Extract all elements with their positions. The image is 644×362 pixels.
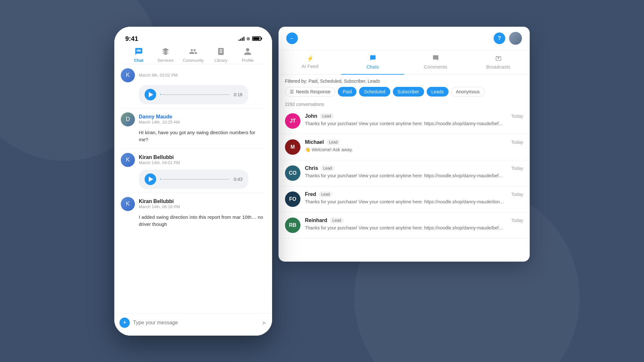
conv-badge-fred: Lead [319, 191, 333, 197]
chats-icon [370, 55, 376, 63]
status-time: 9:41 [125, 35, 138, 42]
conv-avatar-chris: CO [285, 165, 300, 181]
chip-anonymous[interactable]: Anonymous [451, 87, 485, 97]
tab-services-label: Services [157, 58, 174, 63]
chip-needs-response-label: Needs Response [296, 89, 330, 94]
chip-anonymous-label: Anonymous [456, 89, 480, 94]
services-icon [160, 46, 171, 57]
tab-profile[interactable]: Profile [238, 46, 257, 63]
message-header-1: K March 9th, 03:02 PM [121, 68, 266, 82]
message-group-danny: D Danny Maude March 14th, 10:25 AM HI ki… [114, 108, 272, 149]
conv-initials-michael: M [290, 144, 295, 150]
message-time-kiran-2: March 14th, 06:18 PM [139, 204, 180, 209]
sender-name-kiran-2: Kiran Bellubbi [139, 199, 180, 204]
help-button[interactable]: ? [494, 32, 505, 44]
chip-paid[interactable]: Paid [338, 87, 356, 97]
conv-header-fred: Fred Lead Today [305, 191, 523, 197]
message-time-danny: March 14th, 10:25 AM [139, 120, 180, 125]
phone-input-area: + ➤ [114, 313, 272, 336]
tab-community-label: Community [183, 58, 204, 63]
waveform-dot-2 [160, 179, 161, 180]
tab-ai-feed-label: AI Feed [301, 63, 318, 69]
avatar-1: K [121, 68, 135, 82]
avatar-img-kiran-2: K [121, 197, 135, 211]
tab-comments[interactable]: Comments [404, 50, 467, 75]
desktop-panel: ← ? ⚡ AI Feed Chats Comments [279, 27, 530, 262]
phone-tab-bar: Chat Services Community [122, 42, 264, 64]
chip-scheduled-label: Scheduled [364, 89, 385, 94]
sender-name-danny: Danny Maude [139, 114, 180, 120]
avatar-img-kiran-1: K [121, 153, 135, 167]
chip-subscriber-label: Subscriber [398, 89, 419, 94]
conv-badge-michael: Lead [327, 139, 340, 145]
chip-subscriber[interactable]: Subscriber [393, 87, 424, 97]
conv-initials-john: JT [290, 118, 296, 124]
audio-message-2[interactable]: 0:43 [139, 170, 248, 189]
broadcasts-icon [495, 55, 502, 63]
conv-preview-michael: 👋 Welcome! Ask away. [305, 146, 505, 153]
message-header-kiran-1: K Kiran Bellubbi March 14th, 04:01 PM [121, 153, 266, 167]
play-button-2[interactable] [145, 173, 156, 185]
conversation-item-michael[interactable]: M Michael Lead Today 👋 Welcome! Ask away… [279, 134, 530, 160]
conv-header-chris: Chris Lead Today [305, 165, 523, 171]
conv-preview-john: Thanks for your purchase! View your cont… [305, 120, 505, 127]
status-icons: ⊗ [239, 36, 261, 41]
signal-icon [239, 36, 244, 41]
tab-chat[interactable]: Chat [129, 46, 148, 63]
conv-badge-john: Lead [320, 113, 334, 119]
tab-library[interactable]: Library [211, 46, 231, 63]
sender-info-kiran-1: Kiran Bellubbi March 14th, 04:01 PM [139, 154, 180, 165]
tab-services[interactable]: Services [156, 46, 175, 63]
chip-scheduled[interactable]: Scheduled [359, 87, 390, 97]
chip-needs-response[interactable]: ☰ Needs Response [285, 87, 335, 97]
chip-leads[interactable]: Leads [427, 87, 449, 97]
conv-body-chris: Chris Lead Today Thanks for your purchas… [305, 165, 523, 179]
conv-avatar-fred: FO [285, 191, 300, 207]
waveform-2 [160, 175, 230, 183]
tab-comments-label: Comments [424, 64, 447, 70]
send-button[interactable]: ➤ [261, 319, 267, 327]
tab-broadcasts-label: Broadcasts [486, 64, 510, 70]
conv-badge-chris: Lead [321, 165, 335, 171]
filter-chips: ☰ Needs Response Paid Scheduled Subscrib… [285, 87, 523, 97]
conversations-count: 2292 conversations [279, 99, 530, 108]
comments-icon [432, 55, 439, 63]
conv-initials-fred: FO [289, 196, 296, 202]
conv-body-reinhard: Reinhard Lead Today Thanks for your purc… [305, 218, 523, 231]
sender-info-danny: Danny Maude March 14th, 10:25 AM [139, 114, 180, 125]
conversation-item-fred[interactable]: FO Fred Lead Today Thanks for your purch… [279, 186, 530, 212]
waveform-line-2 [162, 179, 230, 180]
conv-initials-chris: CO [289, 170, 297, 176]
tab-community[interactable]: Community [183, 46, 204, 63]
conversation-item-john[interactable]: JT John Lead Today Thanks for your purch… [279, 108, 530, 134]
conv-time-fred: Today [511, 192, 523, 197]
audio-message-1[interactable]: 0:16 [139, 85, 248, 104]
panel-tabs: ⚡ AI Feed Chats Comments Broadcasts [279, 50, 530, 75]
conversation-item-chris[interactable]: CO Chris Lead Today Thanks for your purc… [279, 160, 530, 186]
play-button-1[interactable] [145, 89, 156, 100]
avatar-img-1: K [121, 68, 135, 82]
add-attachment-button[interactable]: + [119, 318, 130, 328]
waveform-1 [160, 91, 230, 98]
conversation-item-reinhard[interactable]: RB Reinhard Lead Today Thanks for your p… [279, 212, 530, 238]
tab-profile-label: Profile [242, 58, 254, 63]
phone-notch [174, 27, 213, 36]
tab-ai-feed[interactable]: ⚡ AI Feed [279, 50, 341, 75]
filter-label: Filtered by: Paid, Scheduled, Subscriber… [285, 79, 523, 84]
back-button[interactable]: ← [286, 32, 298, 44]
conv-badge-reinhard: Lead [330, 218, 344, 223]
message-input[interactable] [133, 320, 258, 326]
user-avatar [509, 32, 522, 45]
tab-chat-label: Chat [134, 58, 143, 63]
conv-header-reinhard: Reinhard Lead Today [305, 218, 523, 223]
conv-body-michael: Michael Lead Today 👋 Welcome! Ask away. [305, 139, 523, 153]
tab-broadcasts[interactable]: Broadcasts [467, 50, 530, 75]
community-icon [188, 46, 198, 57]
message-time-1: March 9th, 03:02 PM [139, 73, 178, 78]
library-icon [216, 46, 226, 57]
tab-chats[interactable]: Chats [341, 50, 404, 75]
conv-name-michael: Michael [305, 139, 324, 145]
avatar-img-danny: D [121, 112, 135, 126]
conv-name-fred: Fred [305, 191, 316, 197]
audio-duration-1: 0:16 [234, 92, 242, 97]
